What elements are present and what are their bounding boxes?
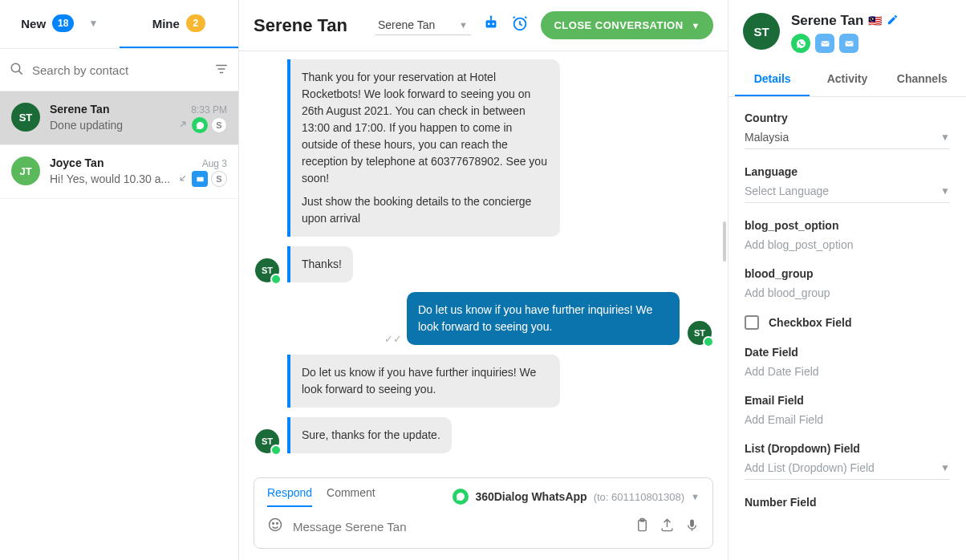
contact-avatar: ST (11, 103, 40, 132)
email-channel-icon[interactable] (815, 34, 834, 53)
assignee-badge: S (211, 117, 227, 133)
svg-point-10 (490, 15, 493, 18)
svg-rect-17 (690, 519, 694, 527)
field-placeholder: Select Language (745, 185, 829, 197)
direction-arrow-icon (177, 172, 189, 186)
profile-field: blood_groupAdd blood_group (745, 267, 950, 299)
assignee-select[interactable]: Serene Tan ▼ (375, 15, 471, 35)
svg-point-0 (11, 63, 20, 72)
channel-to: (to: 601110801308) (594, 491, 684, 503)
chevron-down-icon: ▼ (691, 492, 700, 501)
read-check-icon: ✓✓ (384, 333, 402, 345)
field-select[interactable]: Malaysia▼ (745, 131, 950, 149)
field-label: Language (745, 165, 950, 178)
microphone-icon[interactable] (684, 517, 700, 537)
message-text: Thanks! (302, 256, 342, 273)
profile-field: CountryMalaysia▼ (745, 112, 950, 149)
field-label: blood_group (745, 267, 950, 280)
message-bubble: Thank you for your reservation at Hotel … (287, 59, 560, 237)
svg-rect-3 (218, 68, 225, 70)
chevron-down-icon: ▼ (88, 18, 98, 29)
profile-field: Number Field (745, 496, 950, 509)
svg-rect-6 (486, 20, 497, 27)
message-text: Thank you for your reservation at Hotel … (302, 69, 549, 187)
field-value: Malaysia (745, 131, 789, 144)
svg-line-1 (19, 71, 22, 74)
message-bubble: Sure, thanks for the update. (287, 417, 452, 453)
composer-tab-comment[interactable]: Comment (327, 486, 375, 507)
message-avatar: ST (255, 429, 279, 453)
chevron-down-icon: ▼ (940, 462, 950, 473)
right-tab-channels[interactable]: Channels (885, 63, 960, 96)
field-placeholder: Add Date Field (745, 365, 819, 378)
sidebar-tab-mine[interactable]: Mine 2 (120, 0, 239, 48)
message-row: ✓✓Do let us know if you have further inq… (255, 292, 712, 345)
tab-count-badge: 18 (52, 14, 74, 32)
clipboard-icon[interactable] (635, 517, 650, 537)
country-flag: 🇲🇾 (868, 14, 882, 27)
chevron-down-icon: ▼ (459, 20, 468, 30)
whatsapp-icon (192, 117, 208, 133)
contact-name: Serene Tan (50, 103, 109, 116)
chevron-down-icon: ▼ (692, 21, 700, 30)
svg-point-8 (492, 23, 494, 26)
right-tab-details[interactable]: Details (735, 63, 810, 96)
message-row: STSure, thanks for the update. (255, 417, 712, 453)
message-row: STThanks! (255, 246, 712, 282)
field-select[interactable]: Select Language▼ (745, 185, 950, 203)
snooze-icon[interactable] (511, 14, 529, 36)
field-placeholder: Add blog_post_option (745, 238, 853, 251)
channel-name: 360Dialog WhatsApp (475, 490, 586, 503)
chevron-down-icon: ▼ (940, 132, 950, 143)
field-select[interactable]: Add List (Dropdown) Field▼ (745, 461, 950, 480)
svg-rect-18 (821, 41, 829, 47)
field-placeholder: Add Email Field (745, 413, 823, 426)
message-text: Sure, thanks for the update. (302, 427, 440, 444)
field-label: blog_post_option (745, 219, 950, 232)
profile-field: List (Dropdown) FieldAdd List (Dropdown)… (745, 442, 950, 480)
emoji-icon[interactable] (267, 517, 283, 537)
search-input[interactable] (32, 63, 214, 77)
contact-item[interactable]: ST Serene Tan 8:33 PM Done updating S (0, 91, 238, 145)
upload-icon[interactable] (660, 517, 675, 537)
field-input[interactable]: Add Date Field (745, 365, 950, 378)
whatsapp-dot-icon (703, 336, 714, 347)
svg-rect-4 (220, 71, 224, 73)
direction-arrow-icon (177, 119, 189, 132)
whatsapp-channel-icon[interactable] (791, 34, 810, 53)
svg-point-14 (277, 523, 278, 525)
contact-avatar: JT (11, 156, 40, 185)
whatsapp-icon (453, 489, 469, 505)
contact-time: Aug 3 (202, 158, 227, 169)
sidebar-tab-new[interactable]: New 18 ▼ (0, 0, 120, 48)
checkbox-input[interactable] (745, 315, 759, 330)
composer-tab-respond[interactable]: Respond (267, 486, 312, 507)
profile-field: Email FieldAdd Email Field (745, 394, 950, 426)
field-input[interactable]: Add blood_group (745, 286, 950, 299)
right-tab-activity[interactable]: Activity (810, 63, 884, 96)
conversation-title: Serene Tan (254, 15, 347, 36)
message-input[interactable] (293, 520, 625, 534)
contact-preview: Done updating (50, 119, 172, 132)
contact-item[interactable]: JT Joyce Tan Aug 3 Hi! Yes, would 10.30 … (0, 145, 238, 199)
field-input[interactable]: Add Email Field (745, 413, 950, 426)
whatsapp-dot-icon (270, 444, 282, 456)
composer-channel-select[interactable]: 360Dialog WhatsApp (to: 601110801308) ▼ (453, 489, 700, 505)
profile-name: Serene Tan (791, 13, 863, 29)
field-label: Checkbox Field (769, 316, 851, 329)
tab-label: New (21, 17, 46, 30)
filter-icon[interactable] (214, 62, 229, 79)
email-channel-icon-2[interactable] (839, 34, 858, 53)
scrollbar-thumb[interactable] (723, 221, 726, 262)
bot-icon[interactable] (482, 14, 500, 36)
svg-rect-19 (845, 41, 853, 47)
assignee-badge: S (211, 171, 227, 187)
message-bubble: Thanks! (287, 246, 353, 282)
field-label: Number Field (745, 496, 950, 509)
message-row: Do let us know if you have further inqui… (255, 355, 712, 408)
svg-point-12 (270, 519, 282, 531)
chevron-down-icon: ▼ (940, 185, 950, 197)
field-input[interactable]: Add blog_post_option (745, 238, 950, 251)
edit-icon[interactable] (887, 14, 899, 28)
close-conversation-button[interactable]: CLOSE CONVERSATION ▼ (541, 11, 713, 39)
